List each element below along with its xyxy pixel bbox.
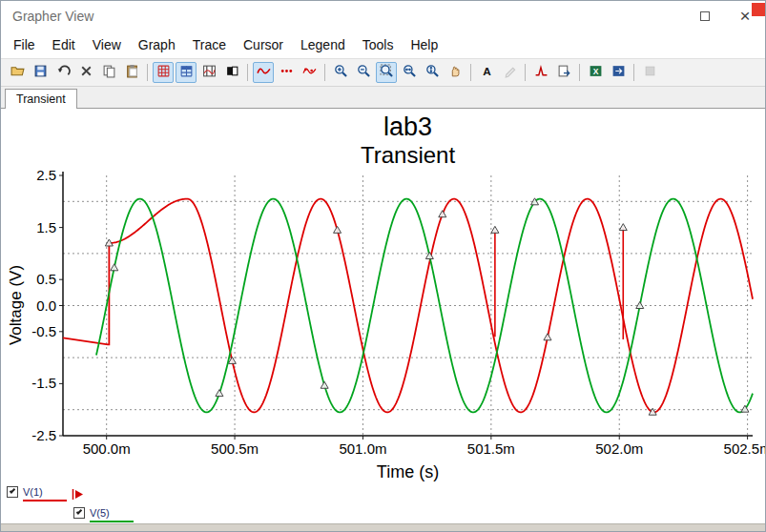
menu-cursor[interactable]: Cursor	[235, 33, 292, 56]
y-tick-label: 0.5	[36, 271, 56, 287]
show-grid-button[interactable]	[153, 62, 174, 83]
black-white-button[interactable]	[221, 62, 242, 83]
menu-graph[interactable]: Graph	[130, 33, 184, 56]
maximize-button[interactable]	[685, 1, 725, 31]
zoom-area-icon	[380, 64, 394, 82]
undo-icon	[56, 64, 71, 82]
marker-V(1)	[544, 334, 551, 340]
maximize-icon	[700, 11, 710, 21]
marker-V(1)	[439, 211, 446, 217]
x-tick-label: 501.5m	[467, 440, 515, 457]
trace-dot-button[interactable]	[276, 62, 297, 83]
zoom-in-button[interactable]	[330, 62, 351, 83]
menu-legend[interactable]: Legend	[292, 33, 354, 56]
menu-view[interactable]: View	[84, 33, 130, 56]
save-button[interactable]	[30, 62, 51, 83]
background-window-fragment	[752, 3, 765, 16]
toolbar-separator	[470, 64, 471, 81]
status-bar	[1, 523, 765, 531]
toolbar: AX	[1, 58, 765, 87]
tab-transient[interactable]: Transient	[5, 89, 77, 109]
analysis-button[interactable]	[530, 62, 551, 83]
paste-icon	[125, 64, 139, 82]
tab-bar: Transient	[1, 87, 765, 109]
stop-button	[639, 62, 660, 83]
y-tick-label: 0.0	[36, 297, 56, 314]
menu-edit[interactable]: Edit	[44, 33, 84, 56]
undo-button[interactable]	[52, 62, 73, 83]
zoom-y-axis-icon	[425, 64, 440, 82]
copy-button[interactable]	[98, 62, 119, 83]
export-data-icon	[611, 64, 626, 82]
legend-color-line	[23, 500, 67, 501]
paste-button[interactable]	[121, 62, 142, 83]
open-button[interactable]	[7, 62, 28, 83]
show-legend-button[interactable]	[176, 62, 197, 83]
title-bar: Grapher View ×	[1, 1, 765, 31]
zoom-x-axis-icon	[403, 64, 417, 82]
black-white-icon	[225, 64, 239, 82]
zoom-y-axis-button[interactable]	[422, 62, 443, 83]
show-cursors-icon	[202, 64, 217, 82]
add-text-button[interactable]: A	[476, 62, 497, 83]
export-excel-button[interactable]: X	[585, 62, 606, 83]
chart-area: 500.0m500.5m501.0m501.5m502.0m502.5m2.51…	[1, 109, 766, 525]
toolbar-separator	[633, 64, 634, 81]
menu-file[interactable]: File	[5, 33, 44, 56]
delete-icon	[79, 64, 93, 82]
x-tick-label: 502.5m	[724, 440, 766, 457]
marker-V(5)	[111, 264, 118, 271]
stop-icon	[643, 64, 657, 82]
zoom-out-icon	[357, 64, 371, 82]
svg-text:A: A	[483, 64, 491, 76]
trace-line-button[interactable]	[253, 62, 274, 83]
x-tick-label: 500.0m	[83, 440, 131, 457]
analysis-icon	[534, 64, 549, 82]
marker-V(5)	[321, 381, 328, 388]
menu-help[interactable]: Help	[402, 33, 446, 56]
toolbar-separator	[525, 64, 526, 81]
legend-row-V(1): V(1)	[7, 486, 84, 503]
y-tick-label: -0.5	[31, 323, 56, 339]
marker-V(5)	[216, 390, 223, 397]
x-tick-label: 501.0m	[339, 440, 386, 457]
pan-button[interactable]	[445, 62, 466, 83]
window-title: Grapher View	[12, 9, 93, 24]
trace-line-dot-button[interactable]	[299, 62, 320, 83]
chart-title: lab3	[63, 113, 753, 142]
save-icon	[33, 64, 48, 82]
legend-checkbox-V(5)[interactable]	[73, 507, 85, 519]
delete-button[interactable]	[75, 62, 96, 83]
open-icon	[10, 64, 25, 82]
zoom-out-button[interactable]	[353, 62, 374, 83]
toolbar-separator	[324, 64, 325, 81]
trace-line-icon	[257, 64, 271, 82]
zoom-x-axis-button[interactable]	[399, 62, 420, 83]
export-data-button[interactable]	[608, 62, 629, 83]
trace-line-dot-icon	[302, 64, 317, 82]
show-cursors-button[interactable]	[198, 62, 219, 83]
x-axis-label: Time (s)	[63, 462, 753, 482]
postprocess-icon	[557, 64, 571, 82]
grapher-view-window: Grapher View × FileEditViewGraphTraceCur…	[0, 0, 766, 532]
show-grid-icon	[156, 64, 171, 82]
menu-trace[interactable]: Trace	[184, 33, 235, 56]
legend-label[interactable]: V(5)	[90, 507, 110, 519]
marker-V(1)	[619, 224, 627, 231]
postprocess-button[interactable]	[553, 62, 574, 83]
zoom-area-button[interactable]	[376, 62, 397, 83]
export-excel-icon: X	[589, 64, 603, 82]
x-tick-label: 502.0m	[595, 440, 643, 457]
legend-color-line	[90, 521, 134, 522]
menu-bar: FileEditViewGraphTraceCursorLegendToolsH…	[1, 31, 765, 58]
toolbar-separator	[147, 64, 148, 81]
y-axis-label: Voltage (V)	[7, 229, 26, 381]
legend-cursor-marker-icon	[72, 486, 84, 503]
legend-label[interactable]: V(1)	[23, 486, 43, 498]
svg-text:X: X	[592, 66, 598, 75]
trace-V(5)	[96, 199, 753, 413]
check-icon	[10, 487, 15, 493]
legend-checkbox-V(1)[interactable]	[7, 486, 18, 498]
add-text-icon: A	[480, 64, 494, 82]
menu-tools[interactable]: Tools	[354, 33, 403, 56]
